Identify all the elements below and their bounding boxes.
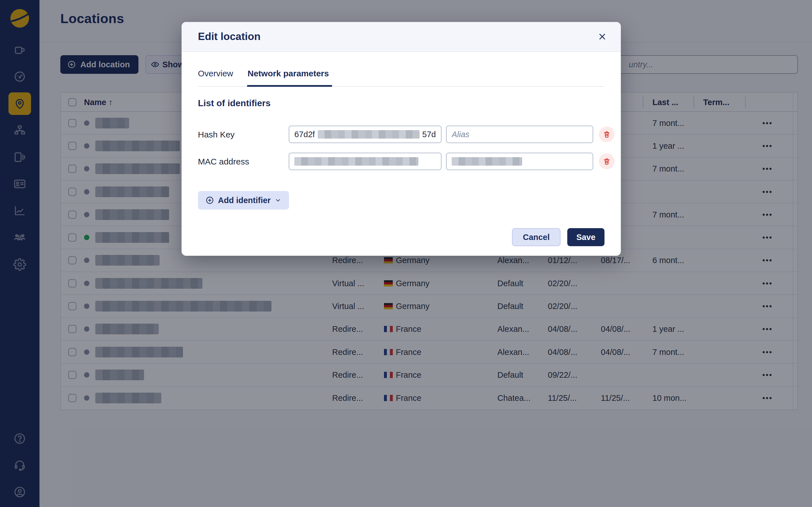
mac-alias-input[interactable] xyxy=(446,153,593,170)
delete-mac-address-button[interactable] xyxy=(599,154,615,169)
section-title: List of identifiers xyxy=(198,98,271,108)
modal-header: Edit location xyxy=(182,22,621,52)
hash-key-alias-input[interactable] xyxy=(446,126,593,143)
close-icon[interactable] xyxy=(597,31,608,43)
redacted-alias-value xyxy=(452,157,522,166)
edit-location-modal: Edit location Overview Network parameter… xyxy=(182,22,621,256)
chevron-down-icon xyxy=(274,196,282,204)
hash-key-input[interactable]: 67d2f 57d xyxy=(289,126,442,143)
redacted-mac-value xyxy=(294,157,418,166)
delete-hash-key-button[interactable] xyxy=(599,126,615,142)
redacted-hash-value xyxy=(318,130,419,138)
cancel-button[interactable]: Cancel xyxy=(512,228,560,246)
add-identifier-button[interactable]: Add identifier xyxy=(198,191,289,210)
mac-address-input[interactable] xyxy=(289,153,442,170)
hash-key-label: Hash Key xyxy=(198,130,235,139)
tab-overview[interactable]: Overview xyxy=(198,69,233,78)
tab-network-parameters[interactable]: Network parameters xyxy=(248,69,329,78)
modal-title: Edit location xyxy=(198,31,260,43)
active-tab-underline xyxy=(247,85,332,87)
mac-address-label: MAC address xyxy=(198,157,249,166)
save-button[interactable]: Save xyxy=(567,228,605,246)
plus-circle-icon xyxy=(205,196,214,205)
